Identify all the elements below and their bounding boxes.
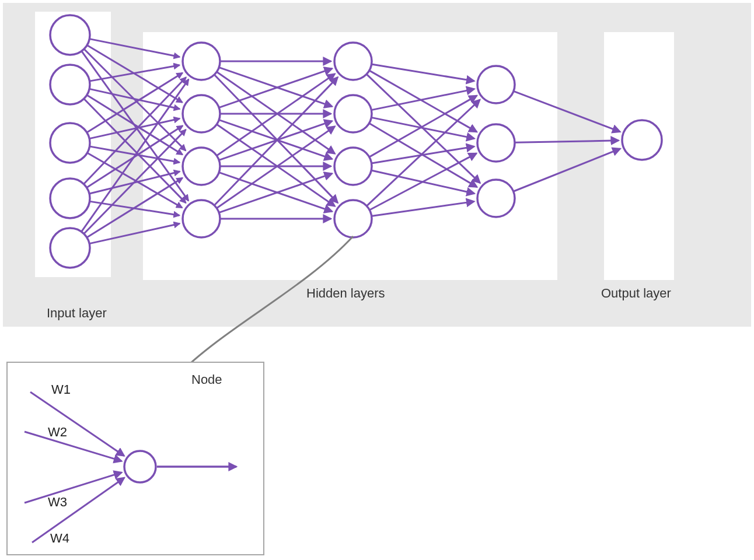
weight-label-w2: W2: [48, 425, 67, 440]
hidden3-neuron: [477, 124, 515, 162]
hidden2-neuron: [334, 43, 372, 80]
label-node-title: Node: [191, 372, 222, 387]
hidden1-neuron: [183, 148, 220, 185]
input-neuron: [50, 178, 90, 218]
hidden2-neuron: [334, 200, 372, 237]
diagram-svg: [0, 0, 754, 560]
weight-label-w3: W3: [48, 495, 67, 510]
label-input-layer: Input layer: [47, 306, 107, 321]
output-neuron: [622, 120, 662, 160]
weight-label-w4: W4: [50, 531, 69, 546]
hidden1-neuron: [183, 200, 220, 237]
hidden1-neuron: [183, 95, 220, 132]
label-output-layer: Output layer: [601, 286, 671, 301]
input-neuron: [50, 15, 90, 55]
hidden3-neuron: [477, 180, 515, 217]
hidden1-neuron: [183, 43, 220, 80]
input-neuron: [50, 123, 90, 163]
diagram-root: Input layer Hidden layers Output layer N…: [0, 0, 754, 560]
input-neuron: [50, 228, 90, 268]
hidden3-neuron: [477, 66, 515, 103]
hidden2-neuron: [334, 148, 372, 185]
hidden2-neuron: [334, 95, 372, 132]
node-detail-neuron: [124, 451, 156, 482]
input-neuron: [50, 65, 90, 104]
weight-label-w1: W1: [51, 382, 71, 397]
label-hidden-layers: Hidden layers: [306, 286, 385, 301]
